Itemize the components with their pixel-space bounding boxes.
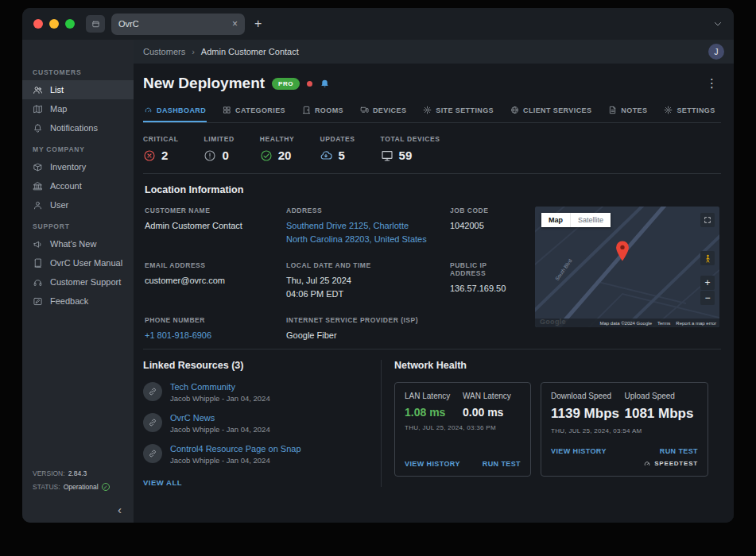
notification-bell-icon[interactable] bbox=[320, 79, 330, 89]
sidebar-item-label: Inventory bbox=[50, 162, 86, 172]
sidebar-section-support: SUPPORT bbox=[22, 214, 134, 234]
map-attribution: Map data ©2024 Google Terms Report a map… bbox=[535, 319, 719, 327]
link-icon bbox=[143, 413, 162, 432]
tab-devices[interactable]: DEVICES bbox=[359, 98, 407, 122]
field-phone: PHONE NUMBER +1 801-918-6906 bbox=[145, 316, 278, 342]
sidebar-item-label: Feedback bbox=[50, 296, 88, 306]
sidebar-item-feedback[interactable]: Feedback bbox=[22, 292, 134, 311]
page-header: New Deployment PRO ⋮ bbox=[143, 75, 721, 92]
resource-meta: Jacob Whipple - Jan 04, 2024 bbox=[170, 394, 270, 403]
sidebar-item-list[interactable]: List bbox=[22, 80, 134, 99]
section-title: Network Health bbox=[394, 360, 708, 371]
gauge-icon bbox=[144, 106, 153, 114]
tab-settings[interactable]: SETTINGS bbox=[663, 98, 715, 122]
map-widget[interactable]: South Blvd Map Satellite + bbox=[535, 207, 719, 327]
status-healthy[interactable]: HEALTHY 20 bbox=[260, 135, 295, 162]
tab-label: CLIENT SERVICES bbox=[523, 106, 591, 114]
page-content: New Deployment PRO ⋮ DASHBOARD CATEGORIE… bbox=[134, 64, 734, 523]
tab-categories[interactable]: CATEGORIES bbox=[222, 98, 286, 122]
grid-icon bbox=[223, 106, 231, 114]
address-link[interactable]: Southend Drive 2125, Charlotte North Car… bbox=[286, 219, 442, 245]
resource-link[interactable]: OvrC News bbox=[170, 413, 270, 423]
sidebar-item-label: Notifications bbox=[50, 123, 98, 133]
more-options-button[interactable]: ⋮ bbox=[706, 76, 721, 91]
view-history-button[interactable]: VIEW HISTORY bbox=[405, 460, 460, 468]
sidebar-item-user[interactable]: User bbox=[22, 195, 134, 214]
status-limited[interactable]: LIMITED 0 bbox=[204, 135, 234, 162]
resource-link[interactable]: Control4 Resource Page on Snap bbox=[170, 444, 301, 454]
sidebar-item-whats-new[interactable]: What's New bbox=[22, 234, 134, 253]
resource-link[interactable]: Tech Community bbox=[170, 382, 270, 392]
map-zoom-control: + − bbox=[700, 276, 715, 305]
gear-icon bbox=[423, 106, 432, 114]
satellite-button[interactable]: Satellite bbox=[570, 213, 611, 227]
close-tab-icon[interactable]: × bbox=[232, 18, 238, 29]
map-button[interactable]: Map bbox=[541, 213, 570, 227]
tab-label: SETTINGS bbox=[677, 106, 715, 114]
tab-client-services[interactable]: CLIENT SERVICES bbox=[510, 98, 592, 122]
tab-label: NOTES bbox=[621, 106, 647, 114]
collapse-sidebar-button[interactable]: ‹ bbox=[118, 503, 122, 516]
tab-notes[interactable]: NOTES bbox=[607, 98, 648, 122]
terms-link[interactable]: Terms bbox=[657, 321, 670, 326]
status-critical[interactable]: CRITICAL 2 bbox=[143, 135, 178, 162]
view-all-button[interactable]: VIEW ALL bbox=[143, 478, 370, 487]
version-label: VERSION: bbox=[33, 469, 65, 477]
list-item: Tech Community Jacob Whipple - Jan 04, 2… bbox=[143, 382, 370, 403]
minimize-window-button[interactable] bbox=[49, 19, 59, 29]
megaphone-icon bbox=[33, 239, 43, 249]
sidebar-item-notifications[interactable]: Notifications bbox=[22, 118, 134, 137]
status-label: STATUS: bbox=[33, 483, 60, 491]
tab-dashboard[interactable]: DASHBOARD bbox=[143, 98, 207, 122]
status-updates[interactable]: UPDATES 5 bbox=[320, 135, 355, 162]
browser-tab[interactable]: OvrC × bbox=[111, 14, 245, 35]
version-value: 2.84.3 bbox=[68, 469, 87, 477]
pegman-button[interactable] bbox=[700, 251, 715, 265]
zoom-in-button[interactable]: + bbox=[700, 276, 715, 290]
field-customer-name: CUSTOMER NAME Admin Customer Contact bbox=[145, 207, 278, 245]
tab-site-settings[interactable]: SITE SETTINGS bbox=[422, 98, 494, 122]
status-count: 0 bbox=[222, 149, 228, 162]
phone-link[interactable]: +1 801-918-6906 bbox=[145, 329, 278, 342]
link-icon bbox=[143, 444, 162, 463]
sidebar-item-inventory[interactable]: Inventory bbox=[22, 157, 134, 176]
view-history-button[interactable]: VIEW HISTORY bbox=[551, 447, 607, 455]
status-total-devices[interactable]: TOTAL DEVICES 59 bbox=[381, 135, 440, 162]
browser-menu-chevron-icon[interactable] bbox=[713, 19, 723, 29]
tab-rooms[interactable]: ROOMS bbox=[301, 98, 344, 122]
zoom-out-button[interactable]: − bbox=[700, 291, 715, 305]
headset-icon bbox=[33, 277, 43, 288]
attribution-text: Map data ©2024 Google bbox=[600, 321, 652, 326]
speedtest-brand: SPEEDTEST bbox=[551, 460, 698, 468]
report-map-error-link[interactable]: Report a map error bbox=[676, 321, 716, 326]
device-status-summary: CRITICAL 2 LIMITED 0 HEALTHY 20 UPDATES … bbox=[143, 135, 721, 162]
resource-meta: Jacob Whipple - Jan 04, 2024 bbox=[170, 456, 301, 465]
upload-speed-value: 1081 Mbps bbox=[625, 406, 699, 422]
map-type-control: Map Satellite bbox=[541, 213, 611, 227]
tab-strip-icon[interactable] bbox=[86, 15, 105, 33]
run-test-button[interactable]: RUN TEST bbox=[483, 460, 521, 468]
run-test-button[interactable]: RUN TEST bbox=[660, 447, 698, 455]
breadcrumb: Customers › Admin Customer Contact J bbox=[134, 40, 734, 64]
fullscreen-button[interactable] bbox=[700, 213, 715, 227]
tab-title: OvrC bbox=[118, 19, 139, 29]
zoom-window-button[interactable] bbox=[65, 19, 75, 29]
sidebar-item-map[interactable]: Map bbox=[22, 99, 134, 118]
close-window-button[interactable] bbox=[33, 19, 43, 29]
sidebar-item-label: Customer Support bbox=[50, 277, 121, 287]
download-speed-value: 1139 Mbps bbox=[551, 406, 625, 422]
field-isp: INTERNET SERVICE PROVIDER (ISP) Google F… bbox=[286, 316, 442, 342]
sidebar-item-customer-support[interactable]: Customer Support bbox=[22, 272, 134, 292]
sidebar-item-user-manual[interactable]: OvrC User Manual bbox=[22, 253, 134, 272]
new-tab-button[interactable]: + bbox=[254, 17, 262, 31]
status-value: Operational bbox=[64, 483, 99, 491]
breadcrumb-customers[interactable]: Customers bbox=[143, 47, 185, 56]
cloud-download-icon bbox=[320, 149, 332, 162]
sidebar-section-my-company: MY COMPANY bbox=[22, 137, 134, 157]
latency-card: LAN Latency 1.08 ms WAN Latency 0.00 ms … bbox=[394, 382, 531, 477]
sidebar-item-account[interactable]: Account bbox=[22, 176, 134, 195]
sidebar-item-label: Account bbox=[50, 181, 82, 191]
user-avatar[interactable]: J bbox=[708, 44, 724, 60]
status-count: 5 bbox=[338, 149, 344, 162]
globe-icon bbox=[510, 106, 519, 114]
